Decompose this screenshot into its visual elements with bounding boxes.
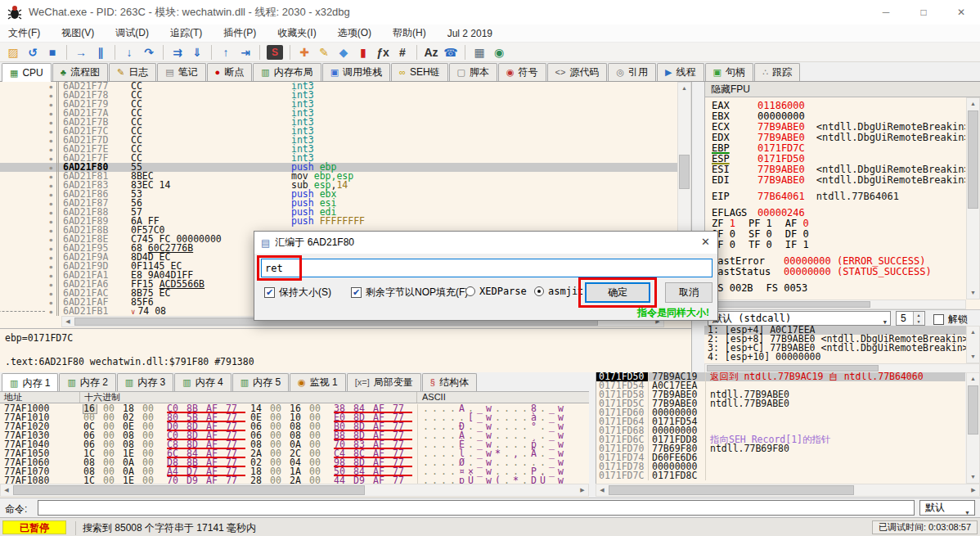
pause-icon[interactable]: ∥: [91, 43, 110, 61]
menu-item[interactable]: 追踪(T): [170, 26, 202, 40]
xedparse-radio[interactable]: [465, 286, 475, 296]
dump-hscrollbar[interactable]: ◀ ▶: [0, 484, 589, 497]
run-icon[interactable]: →: [71, 43, 91, 61]
open-file-icon[interactable]: ▨: [3, 43, 23, 61]
ok-button[interactable]: 确定: [585, 282, 650, 303]
stack-vscrollbar[interactable]: ▲ ▼: [966, 372, 980, 484]
keep-size-checkbox[interactable]: ✔: [264, 287, 275, 298]
breakpoint-gutter[interactable]: ●: [0, 253, 59, 262]
execute-till-return-icon[interactable]: ⇓: [187, 43, 207, 61]
assemble-instruction-input[interactable]: [261, 259, 713, 277]
minimize-button[interactable]: ─: [867, 0, 905, 25]
breakpoint-gutter[interactable]: ●: [0, 271, 59, 280]
hide-fpu-button[interactable]: 隐藏FPU: [705, 82, 980, 97]
breakpoint-gutter[interactable]: ●: [0, 217, 59, 226]
tab-graph[interactable]: ♣流程图: [52, 63, 108, 81]
close-button[interactable]: ✕: [942, 0, 980, 25]
tab-locals[interactable]: [x=]局部变量: [347, 373, 421, 391]
tab-references[interactable]: ◎引用: [608, 63, 656, 81]
breakpoint-gutter[interactable]: ●: [0, 190, 59, 199]
breakpoint-gutter[interactable]: ●: [0, 154, 59, 163]
breakpoint-gutter[interactable]: ●: [0, 235, 59, 244]
breakpoint-gutter[interactable]: ●: [0, 289, 59, 298]
stack-hscrollbar[interactable]: ◀ ▶: [596, 484, 980, 497]
stack-row[interactable]: 0171FD7C0171FD8C: [596, 471, 965, 480]
register-row[interactable]: EDX77B9ABE0<ntdll.DbgUiRemoteBreakin>: [712, 133, 965, 143]
breakpoint-gutter[interactable]: ●: [0, 127, 59, 136]
dialog-title-bar[interactable]: ▤ 汇编于 6AD21F80 ✕: [254, 232, 717, 254]
tab-dump-4[interactable]: ▥内存 4: [174, 373, 231, 391]
calling-convention-select[interactable]: 默认 (stdcall) ▼: [708, 311, 891, 326]
step-into-icon[interactable]: ↓: [119, 43, 139, 61]
run-to-user-code-icon[interactable]: ⇥: [236, 43, 255, 61]
patch-icon[interactable]: ✚: [294, 43, 314, 61]
scroll-thumb[interactable]: [13, 485, 365, 495]
register-row[interactable]: EAX01186000: [712, 101, 965, 111]
scroll-up-icon[interactable]: ▲: [967, 98, 979, 110]
scroll-up-icon[interactable]: ▲: [967, 373, 979, 385]
tab-cpu[interactable]: ▦CPU: [2, 63, 52, 82]
tab-call-stack[interactable]: ▣调用堆栈: [322, 63, 390, 81]
step-over-icon[interactable]: ↷: [139, 43, 159, 61]
tab-struct[interactable]: §结构体: [422, 373, 477, 391]
scroll-thumb[interactable]: [968, 110, 978, 209]
breakpoint-gutter[interactable]: ●: [0, 226, 59, 235]
register-row[interactable]: EBP0171FD7C: [712, 143, 965, 154]
command-script-select[interactable]: 默认 ▼: [919, 500, 975, 516]
scroll-up-icon[interactable]: ▲: [678, 83, 690, 94]
breakpoint-gutter[interactable]: ●: [0, 163, 59, 172]
command-input[interactable]: [38, 500, 915, 516]
registers-vscrollbar[interactable]: ▲ ▼: [966, 97, 980, 300]
tab-trace[interactable]: ∴跟踪: [754, 63, 800, 81]
breakpoint-gutter[interactable]: ●: [0, 244, 59, 253]
breakpoint-gutter[interactable]: ●: [0, 91, 59, 100]
scroll-thumb[interactable]: [707, 301, 870, 308]
hash-icon[interactable]: #: [393, 43, 412, 61]
tab-dump-2[interactable]: ▥内存 2: [59, 373, 115, 391]
menu-item[interactable]: 插件(P): [223, 26, 256, 40]
tab-log[interactable]: ✎日志: [109, 63, 156, 81]
tab-breakpoints[interactable]: ●断点: [207, 63, 253, 81]
scroll-down-icon[interactable]: ▼: [967, 287, 979, 299]
scroll-right-icon[interactable]: ▶: [968, 487, 979, 493]
menu-item[interactable]: 视图(V): [61, 26, 94, 40]
label-icon[interactable]: ◆: [334, 43, 353, 61]
tab-threads[interactable]: ▶线程: [657, 63, 704, 81]
arg-count-stepper[interactable]: 5 ▲▼: [896, 311, 925, 326]
bookmark-icon[interactable]: ▮: [353, 43, 373, 61]
menu-item[interactable]: 帮助(H): [393, 26, 426, 40]
registers-hscrollbar[interactable]: [704, 300, 966, 309]
asmjit-radio[interactable]: [534, 286, 544, 296]
breakpoint-gutter[interactable]: ●: [0, 298, 59, 307]
tab-dump-1[interactable]: ▥内存 1: [2, 373, 58, 392]
breakpoint-gutter[interactable]: ●: [0, 100, 59, 109]
menu-item[interactable]: 文件(F): [8, 26, 40, 40]
stack-arg-row[interactable]: 4: [esp+10] 00000000: [704, 353, 966, 362]
run-to-cursor-icon[interactable]: ⇉: [168, 43, 187, 61]
tab-notes[interactable]: ▤笔记: [157, 63, 205, 81]
scroll-up-icon[interactable]: ▲: [967, 327, 979, 338]
register-row[interactable]: CF 0TF 0IF 1: [712, 240, 965, 250]
scroll-down-icon[interactable]: ▼: [967, 351, 979, 363]
scroll-left-icon[interactable]: ◀: [596, 487, 608, 493]
breakpoint-gutter[interactable]: ●: [0, 82, 59, 91]
function-icon[interactable]: ƒx: [373, 43, 393, 61]
scroll-left-icon[interactable]: ◀: [1, 487, 12, 493]
comment-icon[interactable]: ✎: [314, 43, 334, 61]
breakpoint-gutter[interactable]: ●: [0, 145, 59, 154]
breakpoint-gutter[interactable]: ●: [0, 181, 59, 190]
breakpoint-gutter[interactable]: ●: [0, 280, 59, 289]
tab-watch-1[interactable]: ◉监视 1: [290, 373, 346, 391]
breakpoint-gutter[interactable]: ●: [0, 136, 59, 145]
scroll-thumb[interactable]: [609, 485, 854, 495]
scroll-right-icon[interactable]: ▶: [577, 487, 588, 493]
breakpoint-gutter[interactable]: ●: [0, 208, 59, 217]
scroll-thumb[interactable]: [679, 155, 690, 189]
animate-stepping-icon[interactable]: S: [267, 45, 283, 60]
breakpoint-gutter[interactable]: ●: [0, 109, 59, 118]
strings-icon[interactable]: Az: [421, 43, 441, 61]
breakpoint-gutter[interactable]: ●: [0, 172, 59, 181]
args-vscrollbar[interactable]: ▲ ▼: [966, 326, 980, 363]
scroll-thumb[interactable]: [707, 365, 879, 372]
stop-icon[interactable]: ■: [43, 43, 62, 61]
